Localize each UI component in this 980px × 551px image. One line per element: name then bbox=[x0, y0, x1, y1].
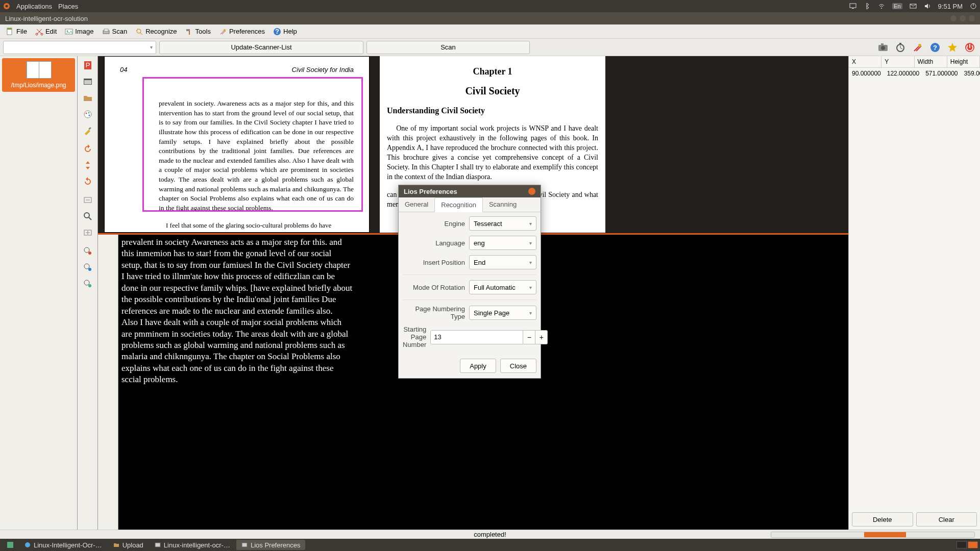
coord-hdr-h: Height bbox=[947, 56, 980, 67]
marker-red-icon[interactable] bbox=[83, 246, 93, 256]
thumbnail-item[interactable]: /tmp/Lios/image.png bbox=[2, 58, 75, 92]
svg-rect-61 bbox=[7, 542, 13, 548]
image-tool-column: P bbox=[78, 56, 98, 530]
svg-point-45 bbox=[88, 252, 91, 255]
zoom-icon[interactable] bbox=[83, 211, 93, 221]
help-icon: ? bbox=[273, 28, 281, 36]
palette-icon[interactable] bbox=[83, 109, 93, 119]
menu-scan[interactable]: Scan bbox=[99, 27, 131, 37]
engine-select[interactable]: Tesseract bbox=[469, 216, 536, 231]
recognize-icon bbox=[135, 28, 143, 36]
engine-label: Engine bbox=[403, 220, 469, 228]
task-prefs[interactable]: Lios Preferences bbox=[236, 540, 306, 550]
selection-rectangle[interactable] bbox=[142, 77, 363, 212]
coord-w: 571.000000 bbox=[922, 68, 961, 79]
chapter-number: Chapter 1 bbox=[380, 56, 605, 77]
task-lios-window[interactable]: Linux-intelligent-ocr-… bbox=[150, 540, 235, 550]
clear-button[interactable]: Clear bbox=[916, 512, 977, 527]
rotation-select[interactable]: Full Automatic bbox=[469, 280, 536, 294]
dialog-titlebar[interactable]: Lios Preferences bbox=[399, 185, 541, 197]
svg-point-27 bbox=[918, 44, 921, 47]
bottom-taskbar: Linux-Intelligent-Ocr-… Upload Linux-int… bbox=[0, 539, 980, 551]
volume-icon[interactable] bbox=[924, 3, 931, 10]
close-button[interactable]: Close bbox=[500, 359, 536, 373]
menu-edit[interactable]: Edit bbox=[32, 27, 60, 37]
folder-icon[interactable] bbox=[83, 93, 93, 103]
keyboard-lang-indicator[interactable]: En bbox=[892, 3, 902, 9]
svg-rect-3 bbox=[852, 8, 854, 9]
task-upload[interactable]: Upload bbox=[108, 540, 149, 550]
applications-menu[interactable]: Applications bbox=[16, 3, 52, 10]
star-icon[interactable] bbox=[947, 42, 958, 53]
window-task-icon bbox=[155, 542, 161, 548]
workspace-switcher[interactable] bbox=[957, 541, 978, 548]
places-menu[interactable]: Places bbox=[58, 3, 78, 10]
marker-green-icon[interactable] bbox=[83, 279, 93, 289]
svg-rect-64 bbox=[242, 543, 247, 547]
clock[interactable]: 9:51 PM bbox=[938, 3, 963, 10]
language-select[interactable]: eng bbox=[469, 236, 536, 250]
svg-rect-26 bbox=[899, 43, 901, 44]
coord-h: 359.000000 bbox=[961, 68, 980, 79]
zoom-in-rect-icon[interactable] bbox=[83, 228, 93, 238]
menu-help[interactable]: ?Help bbox=[270, 27, 300, 37]
power-icon[interactable] bbox=[970, 3, 977, 10]
menu-image[interactable]: Image bbox=[62, 27, 96, 37]
numbering-select[interactable]: Single Page bbox=[469, 306, 536, 320]
page-number: 04 bbox=[120, 66, 127, 73]
update-scanner-list-button[interactable]: Update-Scanner-List bbox=[159, 41, 363, 54]
menu-tools[interactable]: Tools bbox=[182, 27, 214, 37]
power-tool-icon[interactable] bbox=[964, 42, 975, 53]
scan-button[interactable]: Scan bbox=[366, 41, 530, 54]
tab-general[interactable]: General bbox=[399, 197, 434, 212]
brush-icon[interactable] bbox=[83, 126, 93, 136]
spin-plus-button[interactable]: + bbox=[535, 330, 548, 344]
svg-point-4 bbox=[881, 8, 882, 9]
status-text: completed! bbox=[474, 531, 506, 538]
help-tool-icon[interactable]: ? bbox=[929, 42, 941, 53]
bluetooth-icon[interactable] bbox=[864, 3, 871, 10]
svg-point-46 bbox=[84, 264, 89, 269]
marker-blue-icon[interactable] bbox=[83, 262, 93, 272]
show-desktop-button[interactable] bbox=[2, 540, 18, 550]
timer-icon[interactable] bbox=[895, 42, 906, 53]
svg-rect-63 bbox=[155, 543, 160, 547]
coord-row[interactable]: 90.000000 122.000000 571.000000 359.0000… bbox=[849, 68, 980, 79]
mail-icon[interactable] bbox=[910, 3, 917, 10]
menu-file[interactable]: File bbox=[3, 27, 30, 37]
svg-point-48 bbox=[84, 280, 89, 285]
status-bar: completed! bbox=[0, 530, 980, 539]
svg-point-1 bbox=[6, 5, 8, 8]
rotate-left-icon[interactable] bbox=[83, 177, 93, 187]
menu-recognize[interactable]: Recognize bbox=[132, 27, 180, 37]
startpage-input[interactable] bbox=[430, 330, 523, 344]
coord-hdr-x: X bbox=[849, 56, 881, 67]
apply-button[interactable]: Apply bbox=[460, 359, 496, 373]
close-window-button[interactable] bbox=[969, 15, 975, 21]
svg-point-23 bbox=[881, 46, 885, 50]
tab-scanning[interactable]: Scanning bbox=[483, 197, 523, 212]
svg-point-36 bbox=[84, 111, 91, 118]
maximize-button[interactable] bbox=[960, 15, 966, 21]
zoom-out-rect-icon[interactable] bbox=[83, 195, 93, 205]
delete-button[interactable]: Delete bbox=[852, 512, 913, 527]
flip-vertical-icon[interactable] bbox=[83, 160, 93, 170]
menu-preferences[interactable]: Preferences bbox=[216, 27, 268, 37]
rotate-right-icon[interactable] bbox=[83, 144, 93, 154]
pdf-icon[interactable]: P bbox=[83, 60, 93, 70]
wifi-icon[interactable] bbox=[878, 3, 885, 10]
spin-minus-button[interactable]: − bbox=[523, 330, 535, 344]
minimize-button[interactable] bbox=[950, 15, 957, 21]
task-lios[interactable]: Linux-Intelligent-Ocr-… bbox=[19, 540, 107, 550]
insert-position-select[interactable]: End bbox=[469, 255, 536, 269]
scanner-combo[interactable]: ▾ bbox=[3, 41, 156, 54]
startpage-spinner[interactable]: − + bbox=[430, 330, 548, 344]
close-icon[interactable] bbox=[528, 188, 535, 195]
window-titlebar: Linux-intelligent-ocr-solution bbox=[0, 12, 980, 24]
window-icon[interactable] bbox=[83, 77, 93, 87]
settings-tool-icon[interactable] bbox=[912, 42, 923, 53]
camera-icon[interactable] bbox=[877, 42, 889, 53]
tab-recognition[interactable]: Recognition bbox=[434, 197, 483, 212]
svg-point-13 bbox=[67, 30, 68, 32]
display-icon[interactable] bbox=[849, 3, 856, 10]
